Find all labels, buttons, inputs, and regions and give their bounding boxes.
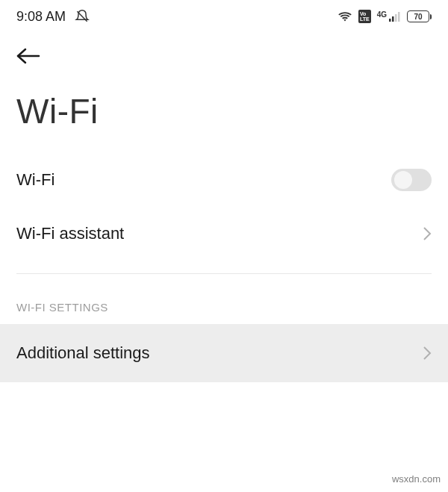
additional-settings-row[interactable]: Additional settings	[0, 324, 448, 382]
wifi-toggle-switch[interactable]	[391, 169, 432, 191]
wifi-toggle-row[interactable]: Wi-Fi	[0, 152, 448, 208]
chevron-right-icon	[423, 346, 432, 361]
svg-rect-1	[392, 16, 394, 22]
section-header: WI-FI SETTINGS	[0, 287, 448, 324]
wifi-assistant-label: Wi-Fi assistant	[16, 224, 124, 243]
svg-rect-3	[398, 12, 400, 22]
battery-indicator: 70	[407, 10, 432, 22]
arrow-left-icon	[16, 48, 40, 64]
additional-settings-label: Additional settings	[16, 343, 150, 363]
page-title: Wi-Fi	[0, 76, 448, 152]
divider	[16, 273, 432, 274]
back-button[interactable]	[0, 30, 448, 76]
chevron-right-icon	[423, 226, 432, 241]
signal-icon	[389, 11, 401, 22]
notifications-off-icon	[75, 9, 90, 24]
status-right: VoLTE 4G 70	[337, 10, 432, 23]
svg-rect-0	[389, 19, 391, 22]
status-bar: 9:08 AM VoLTE 4G	[0, 0, 448, 30]
wifi-toggle-label: Wi-Fi	[16, 170, 55, 190]
volte-icon: VoLTE	[358, 10, 371, 23]
status-time: 9:08 AM	[16, 9, 66, 25]
watermark: wsxdn.com	[392, 473, 441, 485]
network-indicator: 4G	[377, 11, 401, 22]
wifi-icon	[337, 10, 352, 22]
svg-rect-2	[395, 14, 397, 22]
status-left: 9:08 AM	[16, 9, 90, 25]
wifi-assistant-row[interactable]: Wi-Fi assistant	[0, 208, 448, 260]
